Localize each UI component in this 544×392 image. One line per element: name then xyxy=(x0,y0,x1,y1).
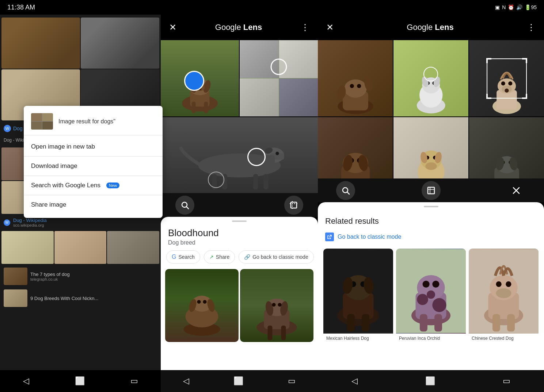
result-img-2[interactable] xyxy=(240,269,313,342)
menu-item-download[interactable]: Download image xyxy=(24,157,163,176)
search-result-9breeds[interactable]: 9 Dog Breeds With Cool Nickn... xyxy=(0,287,161,309)
recent-btn-left[interactable]: ▭ xyxy=(119,373,149,389)
panel-actions-left: G Search ↗ Share 🔗 Go back to classic mo… xyxy=(161,250,318,269)
result-dog-svg-2 xyxy=(240,269,313,342)
bloodhound-subtitle: Dog breed xyxy=(161,239,318,250)
svg-rect-88 xyxy=(428,187,434,194)
related-card-3[interactable]: Chinese Crested Dog xyxy=(469,249,539,344)
result-img-1[interactable] xyxy=(165,269,239,342)
corner-br xyxy=(522,94,527,99)
lens-header-right: ✕ Google Lens ⋮ xyxy=(318,15,544,40)
svg-point-49 xyxy=(357,84,361,88)
greyhound-cell[interactable] xyxy=(161,117,318,193)
corner-bl xyxy=(486,94,491,99)
related-thumb-2 xyxy=(396,249,466,334)
search-btn-left[interactable] xyxy=(175,196,194,215)
selection-circle-empty-2[interactable] xyxy=(247,148,266,166)
lens-close-right[interactable]: ✕ xyxy=(323,19,336,35)
lens-menu-right[interactable]: ⋮ xyxy=(524,19,539,35)
status-bar: 11:38 AM ▣ N ⏰ 🔊 🔋95 xyxy=(0,0,544,15)
battery-icon: 🔋95 xyxy=(525,4,537,10)
google-g-icon: G xyxy=(172,254,176,260)
right-mosaic-2[interactable] xyxy=(393,40,468,116)
selection-circle-empty-1[interactable] xyxy=(271,59,287,75)
context-menu-title: Image result for dogs" xyxy=(58,118,115,125)
right-mosaic-3[interactable] xyxy=(469,40,544,116)
lens-menu-left[interactable]: ⋮ xyxy=(298,19,312,35)
search-image-1[interactable] xyxy=(1,18,80,69)
svg-rect-122 xyxy=(507,314,515,332)
search-image-12[interactable] xyxy=(54,231,107,264)
related-results-title: Related results xyxy=(318,211,544,230)
lens-close-left[interactable]: ✕ xyxy=(166,19,179,35)
related-label-1: Mexican Hairless Dog xyxy=(323,334,393,344)
svg-point-120 xyxy=(496,288,511,298)
share-icon: ↗ xyxy=(209,254,214,260)
menu-item-open-label: Open image in new tab xyxy=(31,143,95,150)
dug-title: Dug - Wikipedia xyxy=(13,218,47,223)
7types-title: The 7 types of dog xyxy=(30,272,70,277)
home-btn-mid[interactable]: ⬜ xyxy=(222,373,254,389)
share-action-btn[interactable]: ↗ Share xyxy=(204,250,235,264)
thumbnail-7types xyxy=(4,268,27,285)
svg-point-108 xyxy=(432,281,439,288)
search-action-btn[interactable]: G Search xyxy=(166,250,200,264)
related-card-2[interactable]: Peruvian Inca Orchid xyxy=(396,249,466,344)
right-dog-svg-1 xyxy=(326,55,385,116)
back-btn-left[interactable]: ◁ xyxy=(12,373,40,389)
search-result-7types[interactable]: The 7 types of dog telegraph.co.uk xyxy=(0,265,161,287)
related-label-3: Chinese Crested Dog xyxy=(469,334,539,344)
crop-btn-left[interactable] xyxy=(284,196,303,215)
svg-point-76 xyxy=(425,162,437,170)
menu-item-share-label: Share image xyxy=(31,201,66,208)
bloodhound-panel: Bloodhound Dog breed G Search ↗ Share 🔗 … xyxy=(161,217,318,370)
search-action-label: Search xyxy=(178,254,194,260)
back-btn-right[interactable]: ◁ xyxy=(341,373,369,389)
classic-action-btn[interactable]: 🔗 Go back to classic mode xyxy=(239,250,314,264)
svg-rect-19 xyxy=(263,174,268,189)
svg-point-111 xyxy=(427,291,435,299)
svg-rect-18 xyxy=(253,174,258,189)
menu-item-download-label: Download image xyxy=(31,162,77,170)
back-btn-mid[interactable]: ◁ xyxy=(172,373,200,389)
svg-point-20 xyxy=(275,152,279,155)
search-image-2[interactable] xyxy=(81,18,159,69)
lens-toolbar-left xyxy=(161,193,318,217)
search-image-13[interactable] xyxy=(107,231,159,264)
search-btn-right[interactable] xyxy=(336,181,355,200)
sim-icon: ▣ xyxy=(495,4,500,10)
link-icon xyxy=(327,234,332,239)
menu-item-open-new-tab[interactable]: Open image in new tab xyxy=(24,137,163,156)
status-time: 11:38 AM xyxy=(7,4,35,11)
search-icon-left xyxy=(180,201,189,210)
lens-image-area-right xyxy=(318,40,544,193)
menu-item-google-lens[interactable]: Search with Google Lens New xyxy=(24,176,163,195)
home-btn-right[interactable]: ⬜ xyxy=(414,373,446,389)
related-label-2: Peruvian Inca Orchid xyxy=(396,334,466,344)
close-btn-right[interactable] xyxy=(507,181,526,200)
menu-item-share[interactable]: Share image xyxy=(24,195,163,214)
home-btn-left[interactable]: ⬜ xyxy=(64,373,96,389)
nav-bar-left: ◁ ⬜ ▭ xyxy=(0,370,161,392)
recent-btn-right[interactable]: ▭ xyxy=(492,373,521,389)
classic-mode-row[interactable]: Go back to classic mode xyxy=(318,230,544,247)
svg-rect-24 xyxy=(291,202,297,208)
bloodhound-cell[interactable] xyxy=(161,40,239,116)
right-mosaic-1[interactable] xyxy=(318,40,393,116)
drag-handle-right[interactable] xyxy=(424,206,438,207)
search-image-grid-bottom2 xyxy=(0,230,161,265)
related-results-panel: Related results Go back to classic mode xyxy=(318,202,544,370)
drag-handle-left[interactable] xyxy=(232,220,247,222)
recent-btn-mid[interactable]: ▭ xyxy=(277,373,307,389)
svg-point-110 xyxy=(432,298,446,312)
nav-bar-right: ◁ ⬜ ▭ xyxy=(318,370,544,392)
context-menu: Image result for dogs" Open image in new… xyxy=(24,106,163,218)
selection-circle-filled[interactable] xyxy=(184,71,204,91)
related-card-1[interactable]: Mexican Hairless Dog xyxy=(323,249,393,344)
search-image-11[interactable] xyxy=(1,231,54,264)
svg-rect-112 xyxy=(420,314,427,332)
related-thumb-3 xyxy=(469,249,539,334)
lens-header-left: ✕ Google Lens ⋮ xyxy=(161,15,318,40)
small-dogs-cell-top[interactable] xyxy=(240,40,318,116)
crop-btn-right[interactable] xyxy=(422,181,441,200)
